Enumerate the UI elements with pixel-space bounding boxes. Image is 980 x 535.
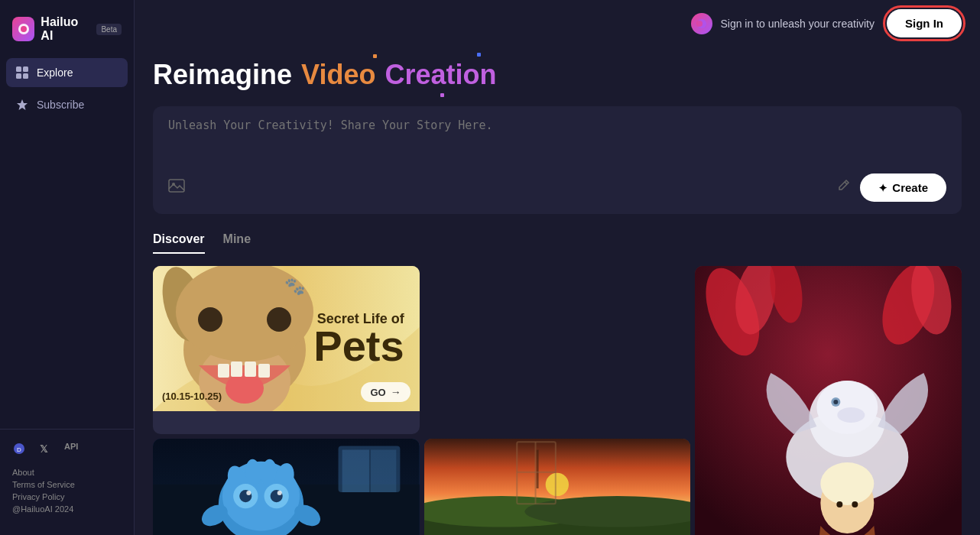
svg-point-37 bbox=[817, 381, 878, 434]
about-link[interactable]: About bbox=[12, 468, 122, 477]
create-star-icon: ✦ bbox=[878, 182, 888, 194]
svg-rect-26 bbox=[231, 362, 242, 377]
hero-creation: Creation bbox=[385, 59, 496, 91]
svg-point-65 bbox=[545, 472, 568, 495]
hero-reimagine: Reimagine bbox=[153, 59, 292, 91]
content-area: Reimagine Video Creation bbox=[135, 47, 980, 535]
svg-rect-3 bbox=[23, 66, 28, 72]
gallery-item-dragon-boy[interactable]: MINIMAX | @ hailuo AI bbox=[695, 266, 962, 535]
promo-area: Sign in to unleash your creativity bbox=[691, 13, 875, 34]
copyright: @HailuoAI 2024 bbox=[12, 504, 122, 514]
subscribe-label: Subscribe bbox=[37, 99, 84, 111]
svg-point-39 bbox=[834, 400, 839, 404]
go-arrow-icon: → bbox=[391, 386, 401, 398]
sidebar-nav: Explore Subscribe bbox=[0, 55, 134, 429]
svg-point-40 bbox=[838, 407, 865, 423]
subscribe-icon bbox=[15, 98, 29, 112]
svg-text:D: D bbox=[17, 446, 21, 453]
image-upload-icon[interactable] bbox=[168, 177, 185, 198]
svg-rect-25 bbox=[218, 364, 229, 378]
svg-rect-48 bbox=[342, 449, 369, 492]
svg-point-60 bbox=[246, 491, 251, 495]
input-right-actions: ✦ Create bbox=[836, 173, 946, 202]
logo-icon bbox=[12, 17, 34, 41]
gallery-item-pets-banner[interactable]: Secret Life of Pets 🐾 (10.15-10.25) GO → bbox=[153, 266, 420, 434]
sidebar-item-subscribe[interactable]: Subscribe bbox=[6, 90, 128, 119]
logo-area: Hailuo AI Beta bbox=[0, 9, 134, 55]
main-content: Sign in to unleash your creativity Sign … bbox=[135, 0, 980, 535]
pets-title: Pets bbox=[313, 327, 404, 365]
svg-rect-72 bbox=[517, 471, 556, 472]
sidebar: Hailuo AI Beta Explore Subscribe bbox=[0, 0, 135, 535]
svg-point-23 bbox=[198, 307, 222, 332]
svg-point-61 bbox=[277, 491, 282, 495]
go-label: GO bbox=[370, 387, 385, 398]
svg-point-16 bbox=[226, 373, 264, 404]
content-tabs: Discover Mine bbox=[153, 232, 962, 254]
discord-icon[interactable]: D bbox=[12, 442, 26, 459]
svg-point-42 bbox=[821, 462, 875, 505]
paw-icon: 🐾 bbox=[284, 277, 305, 297]
sidebar-footer: D 𝕏 API About Terms of Service Privacy P… bbox=[0, 429, 134, 526]
gallery-grid: Secret Life of Pets 🐾 (10.15-10.25) GO → bbox=[153, 266, 962, 535]
pets-date: (10.15-10.25) bbox=[162, 391, 222, 402]
svg-rect-69 bbox=[536, 449, 538, 488]
social-links: D 𝕏 API bbox=[12, 442, 122, 459]
dot-decoration-orange bbox=[373, 54, 377, 58]
tos-link[interactable]: Terms of Service bbox=[12, 480, 122, 489]
svg-rect-49 bbox=[371, 449, 396, 492]
svg-point-44 bbox=[852, 501, 858, 507]
prompt-textarea[interactable] bbox=[168, 118, 946, 164]
svg-point-10 bbox=[696, 21, 703, 27]
svg-rect-4 bbox=[16, 73, 21, 79]
dot-decoration-blue bbox=[477, 53, 481, 57]
svg-point-43 bbox=[837, 501, 843, 507]
sidebar-item-explore[interactable]: Explore bbox=[6, 58, 128, 87]
header: Sign in to unleash your creativity Sign … bbox=[135, 0, 980, 47]
explore-icon bbox=[15, 66, 29, 79]
svg-text:𝕏: 𝕏 bbox=[40, 443, 48, 455]
tab-mine[interactable]: Mine bbox=[223, 232, 251, 254]
beta-badge: Beta bbox=[96, 24, 122, 35]
svg-rect-5 bbox=[23, 73, 28, 79]
tab-discover[interactable]: Discover bbox=[153, 232, 205, 254]
explore-label: Explore bbox=[37, 66, 73, 79]
hero-video: Video bbox=[301, 59, 375, 91]
go-badge[interactable]: GO → bbox=[361, 382, 410, 402]
sign-in-button[interactable]: Sign In bbox=[887, 9, 962, 37]
svg-rect-28 bbox=[258, 364, 270, 378]
gallery-item-sunset[interactable] bbox=[424, 439, 691, 536]
svg-point-1 bbox=[21, 26, 27, 32]
promo-icon bbox=[691, 13, 712, 34]
dot-decoration-purple bbox=[440, 93, 444, 97]
svg-rect-2 bbox=[16, 66, 21, 72]
edit-icon[interactable] bbox=[836, 178, 851, 197]
create-label: Create bbox=[892, 181, 928, 194]
svg-point-24 bbox=[267, 307, 291, 332]
twitter-icon[interactable]: 𝕏 bbox=[38, 442, 52, 459]
svg-rect-27 bbox=[245, 362, 256, 377]
promo-text: Sign in to unleash your creativity bbox=[720, 18, 875, 30]
gallery-item-blue-monster[interactable] bbox=[153, 439, 420, 536]
footer-links: About Terms of Service Privacy Policy @H… bbox=[12, 468, 122, 514]
privacy-link[interactable]: Privacy Policy bbox=[12, 492, 122, 501]
app-name: Hailuo AI bbox=[41, 15, 89, 43]
api-link[interactable]: API bbox=[64, 442, 78, 459]
prompt-input-area: ✦ Create bbox=[153, 106, 962, 214]
hero-heading: Reimagine Video Creation bbox=[153, 59, 962, 91]
input-actions: ✦ Create bbox=[168, 173, 946, 202]
create-button[interactable]: ✦ Create bbox=[860, 173, 946, 202]
